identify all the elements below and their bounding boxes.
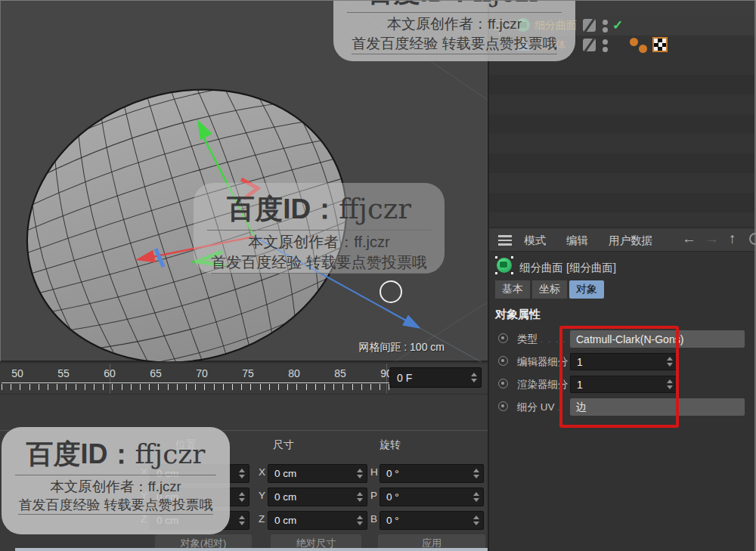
watermark-bottom: 百度ID：ffjczr 本文原创作者：ff.jczr 首发百度经验 转载要点赞投… <box>2 427 230 534</box>
rot-p-field[interactable]: 0 ° <box>380 488 484 506</box>
spinner[interactable] <box>357 469 363 478</box>
right-panel: 细分曲面 ✓ 立方体 模式 编辑 用户数据 ← → ↑ <box>488 1 756 551</box>
app-window: 网格间距 : 100 cm 50 55 60 65 70 75 80 85 90… <box>0 0 756 551</box>
menu-mode[interactable]: 模式 <box>524 234 546 248</box>
menu-edit[interactable]: 编辑 <box>566 234 588 248</box>
label-dots: . . . . <box>541 335 567 344</box>
rot-b-field[interactable]: 0 ° <box>380 511 484 530</box>
size-y-field[interactable]: 0 cm <box>268 488 367 506</box>
tick-label: 50 <box>11 367 23 379</box>
editor-subdivision-field[interactable]: 1 <box>570 353 677 370</box>
animation-toolbar: P <box>0 394 488 430</box>
current-frame-value: 0 F <box>397 372 412 384</box>
ruler-ticks <box>2 384 395 390</box>
rot-h-label: H <box>370 466 378 478</box>
type-value: Catmull-Clark(N-Gons) <box>576 333 683 345</box>
property-label: 细分 UV . <box>517 401 561 414</box>
tick-label: 80 <box>288 367 300 379</box>
property-row-subdivide-uv: 细分 UV . 边 <box>489 398 754 416</box>
rotation-column-title: 旋转 <box>380 438 401 452</box>
watermark-top: 百度ID：ffjczr 本文原创作者：ff.jczr 首发百度经验 转载要点赞投… <box>333 0 575 61</box>
property-row-editor-subdiv: 编辑器细分 1 <box>489 353 754 371</box>
tick-label: 70 <box>196 367 208 379</box>
render-subdivision-value: 1 <box>577 379 583 391</box>
property-row-render-subdiv: 渲染器细分 1 <box>489 376 754 394</box>
history-icon[interactable] <box>749 233 756 245</box>
size-z-label: Z <box>259 513 265 525</box>
editor-visibility-dot[interactable] <box>603 39 608 45</box>
size-z-field[interactable]: 0 cm <box>268 511 367 530</box>
rot-b-value: 0 ° <box>386 515 399 526</box>
taskbar-edge <box>15 548 495 551</box>
rot-b-label: B <box>370 513 377 525</box>
editor-visibility-dot[interactable] <box>603 20 608 25</box>
texture-checker-tag[interactable] <box>652 37 668 52</box>
enabled-check-icon[interactable]: ✓ <box>612 17 623 33</box>
axis-z-arrow[interactable] <box>402 314 421 329</box>
size-column-title: 尺寸 <box>273 438 294 452</box>
size-x-label: X <box>259 466 265 478</box>
tick-label: 65 <box>150 367 162 379</box>
spinner[interactable] <box>473 492 479 502</box>
spinner[interactable] <box>357 492 363 502</box>
property-row-type: 类型 . . . . Catmull-Clark(N-Gons) <box>489 330 754 348</box>
render-subdivision-field[interactable]: 1 <box>570 376 677 393</box>
menu-user-data[interactable]: 用户数据 <box>609 234 652 248</box>
size-x-field[interactable]: 0 cm <box>268 464 367 483</box>
tick-label: 55 <box>57 367 70 379</box>
selected-object-icon <box>497 258 512 273</box>
timeline-ruler[interactable]: 50 55 60 65 70 75 80 85 90 0 F <box>0 364 488 394</box>
forward-arrow-icon[interactable]: → <box>705 231 719 247</box>
keyframe-circle[interactable] <box>498 379 508 388</box>
grid-spacing-label: 网格间距 : 100 cm <box>358 341 445 354</box>
up-arrow-icon[interactable]: ↑ <box>729 231 736 247</box>
size-y-value: 0 cm <box>274 491 296 503</box>
keyframe-circle[interactable] <box>498 333 508 343</box>
size-y-label: Y <box>259 490 265 501</box>
tab-coordinates[interactable]: 坐标 <box>532 280 567 299</box>
selected-object-title: 细分曲面 [细分曲面] <box>519 261 616 275</box>
keyframe-circle[interactable] <box>498 356 508 366</box>
spinner[interactable] <box>239 492 245 502</box>
editor-subdivision-value: 1 <box>577 356 583 368</box>
phong-tag[interactable] <box>639 45 647 53</box>
tab-object[interactable]: 对象 <box>569 280 604 299</box>
type-dropdown[interactable]: Catmull-Clark(N-Gons) <box>570 330 745 348</box>
property-label: 渲染器细分 <box>517 378 569 392</box>
subdivide-uv-value: 边 <box>576 401 587 414</box>
rot-h-value: 0 ° <box>386 468 399 479</box>
subdivide-uv-dropdown[interactable]: 边 <box>570 398 745 416</box>
spinner[interactable] <box>473 515 479 525</box>
object-properties-title: 对象属性 <box>495 308 541 322</box>
layer-toggle-tag[interactable] <box>583 19 596 32</box>
layer-toggle-tag[interactable] <box>583 39 596 51</box>
object-manager-rows-bg <box>489 55 754 226</box>
spinner[interactable] <box>239 515 245 525</box>
attribute-tabs: 基本 坐标 对象 <box>495 280 604 299</box>
size-x-value: 0 cm <box>274 468 296 479</box>
tick-label: 85 <box>334 367 346 379</box>
rot-h-field[interactable]: 0 ° <box>380 464 484 483</box>
keyframe-circle[interactable] <box>498 401 508 411</box>
phong-tag[interactable] <box>630 38 638 46</box>
tick-label: 60 <box>104 367 116 379</box>
label-dots: . <box>557 403 561 412</box>
frame-spinner[interactable] <box>471 373 477 382</box>
property-label: 类型 . . . . <box>517 333 567 346</box>
spinner[interactable] <box>473 469 479 478</box>
attribute-manager-menubar: 模式 编辑 用户数据 ← → ↑ <box>489 228 754 252</box>
tick-label: 75 <box>242 367 254 379</box>
current-frame-field[interactable]: 0 F <box>389 367 482 388</box>
spinner[interactable] <box>667 379 673 389</box>
free-move-handle[interactable] <box>380 281 401 302</box>
spinner[interactable] <box>667 357 673 367</box>
render-visibility-dot[interactable] <box>603 27 608 33</box>
back-arrow-icon[interactable]: ← <box>682 231 696 247</box>
spinner[interactable] <box>357 515 363 525</box>
rot-p-label: P <box>370 490 377 501</box>
render-visibility-dot[interactable] <box>603 47 608 52</box>
rot-p-value: 0 ° <box>386 491 399 503</box>
tab-basic[interactable]: 基本 <box>495 280 530 299</box>
spinner[interactable] <box>239 469 245 478</box>
hamburger-menu-icon[interactable] <box>498 235 512 248</box>
